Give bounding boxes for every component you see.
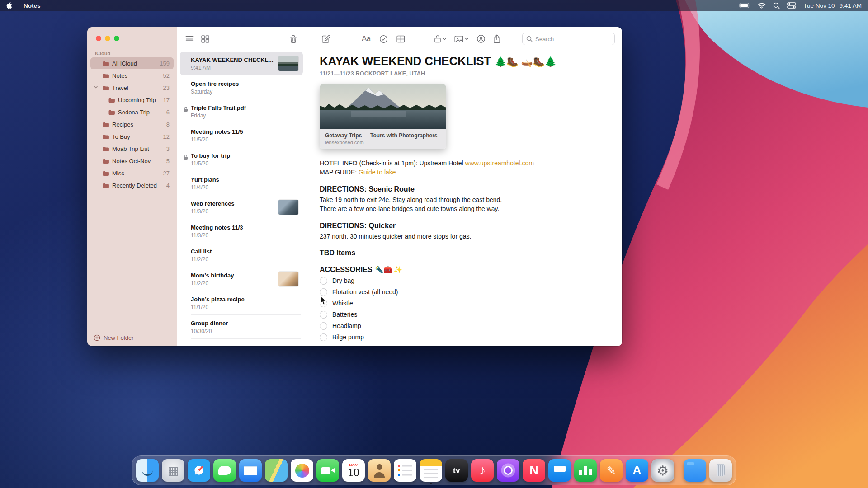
sidebar-item[interactable]: Recently Deleted 4 (90, 179, 174, 191)
dock-item-facetime[interactable] (316, 459, 339, 482)
share-button[interactable] (493, 34, 500, 43)
minimize-button[interactable] (105, 36, 110, 41)
dock-item-reminders[interactable] (394, 459, 416, 482)
dock-item-finder[interactable] (136, 459, 159, 482)
dock: NOV 10 (132, 455, 736, 485)
dock-item-trash[interactable] (709, 459, 732, 482)
note-list-item[interactable]: Group dinner 10/30/20 (180, 315, 303, 339)
close-button[interactable] (96, 36, 101, 41)
note-item-title: Call list (191, 248, 298, 255)
lock-note-button[interactable] (434, 35, 447, 43)
dock-item-calendar[interactable]: NOV 10 (342, 459, 365, 482)
note-item-title: Meeting notes 11/3 (191, 224, 298, 231)
dock-item-messages[interactable] (213, 459, 236, 482)
media-button[interactable] (454, 35, 469, 43)
chevron-down-icon[interactable] (94, 86, 98, 89)
checkbox[interactable] (320, 333, 327, 341)
note-item-title: Yurt plans (191, 176, 298, 183)
format-text-button[interactable]: Aa (362, 34, 371, 43)
checkbox[interactable] (320, 311, 327, 319)
delete-note-button[interactable] (289, 35, 297, 43)
note-list-item[interactable]: Web references 11/3/20 (180, 195, 303, 219)
map-guide-link[interactable]: Guide to lake (359, 169, 396, 176)
hotel-link[interactable]: www.upstreamhotel.com (465, 160, 534, 167)
dock-item-news[interactable]: N (523, 459, 545, 482)
folder-icon (102, 170, 109, 176)
note-list-item[interactable]: To buy for trip 11/5/20 (180, 147, 303, 171)
dock-item-downloads[interactable] (684, 459, 706, 482)
app-icon (368, 459, 391, 482)
app-glyph: A (632, 465, 642, 477)
note-item-title: To buy for trip (191, 152, 298, 159)
dock-item-system-preferences[interactable] (651, 459, 674, 482)
sidebar-item[interactable]: Upcoming Trip 17 (90, 94, 174, 106)
note-list-item[interactable]: John’s pizza recipe 11/1/20 (180, 291, 303, 315)
active-app-menu[interactable]: Notes (24, 2, 41, 9)
note-list-item[interactable]: Mom’s birthday 11/2/20 (180, 267, 303, 291)
search-input[interactable] (535, 36, 603, 42)
checkbox[interactable] (320, 277, 327, 285)
sidebar-item[interactable]: Recipes 8 (90, 118, 174, 130)
apple-menu[interactable] (6, 2, 12, 9)
wifi-icon[interactable] (758, 3, 766, 9)
search-field[interactable] (522, 33, 615, 45)
control-center-icon[interactable] (787, 2, 796, 9)
dock-item-music[interactable] (471, 459, 494, 482)
dock-item-podcasts[interactable] (497, 459, 519, 482)
folder-icon (102, 73, 109, 79)
dock-item-pages[interactable] (600, 459, 623, 482)
menubar-time[interactable]: 9:41 AM (839, 2, 862, 9)
note-attachment[interactable]: Getaway Trips — Tours with Photographers… (320, 84, 446, 149)
sidebar-item[interactable]: Notes Oct-Nov 5 (90, 155, 174, 167)
sidebar-item-label: Notes Oct-Nov (112, 158, 164, 164)
battery-icon[interactable] (739, 3, 750, 8)
dock-item-safari[interactable] (188, 459, 210, 482)
dock-item-contacts[interactable] (368, 459, 391, 482)
checklist-item: Bilge pump (320, 333, 604, 342)
gallery-view-button[interactable] (201, 35, 209, 43)
app-icon (162, 459, 184, 482)
note-thumbnail (278, 200, 298, 215)
dock-item-maps[interactable] (265, 459, 288, 482)
zoom-button[interactable] (114, 36, 119, 41)
menubar-date[interactable]: Tue Nov 10 (803, 2, 835, 9)
sidebar-item[interactable]: To Buy 12 (90, 131, 174, 142)
sidebar-item[interactable]: Notes 52 (90, 70, 174, 81)
new-note-button[interactable] (321, 35, 331, 43)
sidebar-item[interactable]: All iCloud 159 (90, 57, 174, 69)
note-list-item[interactable]: Call list 11/2/20 (180, 243, 303, 267)
sidebar-item[interactable]: Misc 27 (90, 167, 174, 179)
spotlight-icon[interactable] (773, 2, 780, 9)
checklist-button[interactable] (379, 35, 388, 43)
attachment-caption: Getaway Trips — Tours with Photographers… (320, 129, 446, 149)
note-item-date: Saturday (191, 89, 298, 95)
dock-item-app-store[interactable]: A (626, 459, 648, 482)
note-body[interactable]: KAYAK WEEKEND CHECKLIST 🌲🥾 🛶🥾🌲 11/21—11/… (306, 51, 622, 344)
checkbox[interactable] (320, 322, 327, 330)
new-folder-button[interactable]: New Folder (94, 334, 133, 341)
note-title-emojis: 🌲🥾 🛶🥾🌲 (495, 56, 557, 67)
list-view-button[interactable] (185, 35, 194, 43)
dock-item-launchpad[interactable] (162, 459, 184, 482)
dock-item-numbers[interactable] (574, 459, 597, 482)
note-list-item[interactable]: KAYAK WEEKEND CHECKL... 9:41 AM (180, 52, 303, 75)
dock-item-photos[interactable] (291, 459, 313, 482)
dock-item-notes[interactable] (420, 459, 442, 482)
collaborate-button[interactable] (476, 34, 486, 43)
note-list-item[interactable]: Open fire recipes Saturday (180, 75, 303, 99)
folder-icon (102, 146, 109, 152)
sidebar-item[interactable]: Moab Trip List 3 (90, 143, 174, 155)
note-list-item[interactable]: Yurt plans 11/4/20 (180, 171, 303, 195)
note-list-item[interactable]: Triple Falls Trail.pdf Friday (180, 99, 303, 123)
dock-item-tv[interactable]: tv (445, 459, 468, 482)
sidebar-item-count: 27 (163, 170, 170, 177)
dock-item-keynote[interactable] (548, 459, 571, 482)
note-item-title: John’s pizza recipe (191, 296, 298, 303)
dock-item-mail[interactable] (239, 459, 262, 482)
note-list-item[interactable]: Meeting notes 11/3 11/3/20 (180, 219, 303, 243)
sidebar-item[interactable]: Travel 23 (90, 82, 174, 94)
sidebar-item[interactable]: Sedona Trip 6 (90, 106, 174, 118)
note-list-item[interactable]: Meeting notes 11/5 11/5/20 (180, 123, 303, 147)
table-button[interactable] (396, 35, 405, 43)
dock-item-divider[interactable] (679, 459, 679, 482)
